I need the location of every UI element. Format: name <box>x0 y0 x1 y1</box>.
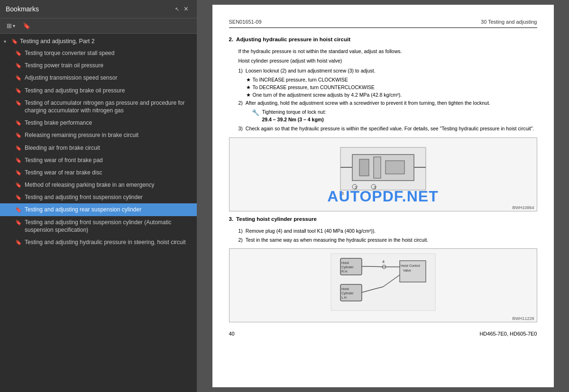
star-item-3: ★ One turn of the adjustment screw adjus… <box>229 91 537 99</box>
bookmark-item-8[interactable]: 🔖 Bleeding air from brake circuit <box>0 142 197 154</box>
star-text: To INCREASE pressure, turn CLOCKWISE <box>253 76 348 83</box>
torque-value: 29.4 – 39.2 Nm (3 – 4 kgm) <box>262 116 326 123</box>
chevron-down-icon: ▾ <box>4 39 9 44</box>
pdf-page: SEN01651-09 30 Testing and adjusting 2. … <box>212 5 554 387</box>
bookmark-flag-icon: 🔖 <box>15 62 22 69</box>
star-item-2: ★ To DECREASE pressure, turn COUNTERCLOC… <box>229 83 537 91</box>
section3-header: 3. Testing hoist cylinder pressure <box>229 216 537 225</box>
svg-text:Cylinder: Cylinder <box>341 265 354 269</box>
bookmark-item-9[interactable]: 🔖 Testing wear of front brake pad <box>0 154 197 166</box>
step-number: 1) <box>239 227 243 235</box>
bookmark-flag-icon: 🔖 <box>15 157 22 164</box>
bookmark-flag-icon: 🔖 <box>15 239 22 246</box>
bookmark-text: Testing and adjusting front suspension c… <box>25 193 143 201</box>
svg-text:Hoist Control: Hoist Control <box>401 264 420 267</box>
step-number: 1) <box>239 67 243 74</box>
bookmark-flag-icon: 🔖 <box>15 50 22 57</box>
section2-number: 2. <box>229 36 234 42</box>
diagram1-svg: 2 3 3 <box>326 138 440 204</box>
bookmark-text: Testing brake performance <box>25 119 92 127</box>
document-ref: HD465-7E0, HD605-7E0 <box>479 331 537 337</box>
page-header: SEN01651-09 30 Testing and adjusting <box>229 19 537 28</box>
svg-text:4: 4 <box>382 259 385 264</box>
bookmark-flag-icon: 🔖 <box>15 169 22 176</box>
diagram2-label: BWH11228 <box>229 315 537 322</box>
tighten-label: Tightening torque of lock nut: <box>262 108 326 116</box>
step-text: After adjusting, hold the adjustment scr… <box>246 99 490 107</box>
wrench-icon: 🔧 <box>252 108 259 118</box>
step-text: Loosen locknut (2) and turn adjustment s… <box>246 67 376 74</box>
expand-options-button[interactable]: ⊞ ▾ <box>5 21 17 30</box>
bookmark-text: Testing wear of rear brake disc <box>25 169 102 176</box>
dropdown-arrow-icon: ▾ <box>13 23 15 28</box>
bookmark-item-1[interactable]: 🔖 Testing torque converter stall speed <box>0 47 197 59</box>
step-number: 3) <box>239 125 243 132</box>
bookmarks-header: Bookmarks ↖ × <box>0 0 197 18</box>
bookmark-flag-icon: 🔖 <box>15 132 22 139</box>
svg-text:Valve: Valve <box>403 269 411 272</box>
page-footer: 40 HD465-7E0, HD605-7E0 <box>229 331 537 337</box>
bookmarks-panel: Bookmarks ↖ × ⊞ ▾ 🔖 ▾ 🔖 Testing and adju… <box>0 0 197 392</box>
svg-rect-2 <box>359 159 369 176</box>
bookmark-text: Testing wear of front brake pad <box>25 156 103 164</box>
bookmark-item-4[interactable]: 🔖 Testing and adjusting brake oil pressu… <box>0 84 197 97</box>
bookmark-flag-icon: 🔖 <box>15 194 22 201</box>
svg-rect-4 <box>385 161 404 174</box>
star-text: One turn of the adjustment screw adjusts… <box>253 91 402 99</box>
section2-step2: 2) After adjusting, hold the adjustment … <box>229 99 537 107</box>
diagram1-label: BWH10864 <box>229 204 537 211</box>
bookmark-text: Testing and adjusting hydraulic pressure… <box>25 238 186 246</box>
step-text: Test in the same way as when measuring t… <box>246 236 428 244</box>
svg-text:R.H.: R.H. <box>341 270 348 273</box>
bookmark-text: Bleeding air from brake circuit <box>25 144 100 152</box>
bookmark-item-12[interactable]: 🔖 Testing and adjusting front suspension… <box>0 191 197 203</box>
svg-text:3: 3 <box>341 191 344 196</box>
bookmark-text: Releasing remaining pressure in brake ci… <box>25 131 138 139</box>
bookmark-item-3[interactable]: 🔖 Adjusting transmission speed sensor <box>0 72 197 84</box>
bookmark-item-15[interactable]: 🔖 Testing and adjusting hydraulic pressu… <box>0 236 197 248</box>
bookmark-item-6[interactable]: 🔖 Testing brake performance <box>0 117 197 129</box>
section3-title: Testing hoist cylinder pressure <box>236 216 317 222</box>
page-number: 40 <box>229 331 235 337</box>
step-number: 2) <box>239 236 243 244</box>
bookmark-item-10[interactable]: 🔖 Testing wear of rear brake disc <box>0 166 197 179</box>
diagram2-svg: Hoist Control Valve Hoist Cylinder R.H. … <box>326 249 440 315</box>
section2-intro: If the hydraulic pressure is not within … <box>229 47 537 55</box>
bookmark-flag-icon: 🔖 <box>15 87 22 94</box>
bookmark-text: Testing and adjusting front suspension c… <box>25 219 193 234</box>
bookmarks-title: Bookmarks <box>6 5 39 13</box>
close-panel-button[interactable]: × <box>181 4 191 14</box>
bookmark-text: Testing torque converter stall speed <box>25 49 114 57</box>
svg-text:Cylinder: Cylinder <box>341 292 354 295</box>
bookmark-item-2[interactable]: 🔖 Testing power train oil pressure <box>0 59 197 72</box>
bookmark-icon: 🔖 <box>23 22 30 29</box>
page-header-left: SEN01651-09 <box>229 19 262 25</box>
bookmark-item-11[interactable]: 🔖 Method of releasing parking brake in a… <box>0 179 197 191</box>
bookmark-text: Testing power train oil pressure <box>25 62 103 69</box>
section2-step1: 1) Loosen locknut (2) and turn adjustmen… <box>229 67 537 74</box>
bookmark-item-5[interactable]: 🔖 Testing of accumulator nitrogen gas pr… <box>0 97 197 117</box>
section3-step2: 2) Test in the same way as when measurin… <box>229 236 537 244</box>
tighten-box: 🔧 Tightening torque of lock nut: 29.4 – … <box>229 108 537 124</box>
bookmark-text: Testing and adjusting rear suspension cy… <box>25 206 141 213</box>
page-header-right: 30 Testing and adjusting <box>481 19 537 25</box>
bookmark-flag-icon: 🔖 <box>15 119 22 127</box>
bookmark-flag-icon: 🔖 <box>15 100 22 107</box>
star-item-1: ★ To INCREASE pressure, turn CLOCKWISE <box>229 76 537 83</box>
section2-title: Adjusting hydraulic pressure in hoist ci… <box>236 36 350 42</box>
bookmark-flag-icon: 🔖 <box>11 38 18 45</box>
bookmark-item-7[interactable]: 🔖 Releasing remaining pressure in brake … <box>0 129 197 141</box>
bookmark-flag-icon: 🔖 <box>15 182 22 189</box>
section2-header: 2. Adjusting hydraulic pressure in hoist… <box>229 36 537 45</box>
bookmarks-toolbar: ⊞ ▾ 🔖 <box>0 18 197 34</box>
bookmark-section-header[interactable]: ▾ 🔖 Testing and adjusting, Part 2 <box>0 36 197 47</box>
add-bookmark-button[interactable]: 🔖 <box>21 21 32 30</box>
step-text: Check again so that the hydraulic pressu… <box>246 125 534 132</box>
star-text: To DECREASE pressure, turn COUNTERCLOCKW… <box>253 83 375 91</box>
bookmark-item-13[interactable]: 🔖 Testing and adjusting rear suspension … <box>0 203 197 216</box>
bookmark-flag-icon: 🔖 <box>15 219 22 226</box>
bookmark-list: ▾ 🔖 Testing and adjusting, Part 2 🔖 Test… <box>0 34 197 392</box>
bookmark-item-14[interactable]: 🔖 Testing and adjusting front suspension… <box>0 216 197 236</box>
bookmark-flag-icon: 🔖 <box>15 206 22 213</box>
star-icon: ★ <box>246 76 251 83</box>
